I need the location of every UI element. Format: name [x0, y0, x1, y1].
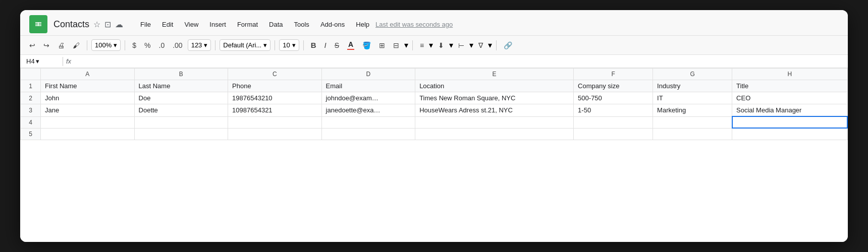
col-header-b[interactable]: B: [134, 69, 228, 80]
text-color-button[interactable]: A: [344, 38, 357, 52]
valign-arrow[interactable]: ▾: [449, 40, 453, 50]
bold-button[interactable]: B: [308, 39, 319, 51]
cloud-icon[interactable]: ☁: [115, 20, 123, 29]
valign-button[interactable]: ⬇: [435, 39, 447, 51]
print-button[interactable]: 🖨: [55, 39, 68, 51]
cell-3g[interactable]: Marketing: [653, 104, 732, 117]
cell-2c[interactable]: 19876543210: [228, 92, 322, 104]
align-button[interactable]: ≡: [417, 39, 427, 51]
undo-button[interactable]: ↩: [26, 39, 38, 51]
rotate-button[interactable]: ∇: [475, 39, 486, 51]
cell-ref-value: H4: [26, 57, 35, 65]
cell-1d[interactable]: Email: [321, 80, 415, 92]
percent-button[interactable]: %: [141, 39, 153, 51]
fx-icon: fx: [66, 57, 71, 65]
cell-1g[interactable]: Industry: [653, 80, 732, 92]
cell-5f[interactable]: [574, 128, 653, 140]
col-header-c[interactable]: C: [228, 69, 322, 80]
cell-2b[interactable]: Doe: [134, 92, 228, 104]
col-header-e[interactable]: E: [415, 69, 574, 80]
format-num-select[interactable]: 123 ▾: [188, 39, 211, 51]
cell-1c[interactable]: Phone: [228, 80, 322, 92]
cell-5d[interactable]: [321, 128, 415, 140]
cell-reference[interactable]: H4 ▾: [24, 56, 60, 66]
col-header-d[interactable]: D: [321, 69, 415, 80]
cell-2d[interactable]: johndoe@exam…: [321, 92, 415, 104]
format-num-arrow: ▾: [204, 41, 207, 49]
svg-rect-4: [38, 22, 39, 26]
cell-4f[interactable]: [574, 116, 653, 128]
decimal-more-button[interactable]: .00: [170, 39, 185, 51]
cell-3h[interactable]: Social Media Manager: [732, 104, 847, 117]
cell-4a[interactable]: [41, 116, 135, 128]
menu-tools[interactable]: Tools: [289, 19, 314, 30]
menu-insert[interactable]: Insert: [204, 19, 231, 30]
cell-4g[interactable]: [653, 116, 732, 128]
cell-4h[interactable]: [732, 116, 847, 128]
col-header-g[interactable]: G: [653, 69, 732, 80]
cell-5h[interactable]: [732, 128, 847, 140]
zoom-value: 100%: [95, 41, 112, 49]
text-wrap-arrow[interactable]: ▾: [469, 40, 473, 50]
col-header-f[interactable]: F: [574, 69, 653, 80]
cell-2g[interactable]: IT: [653, 92, 732, 104]
cell-1b[interactable]: Last Name: [134, 80, 228, 92]
cell-5g[interactable]: [653, 128, 732, 140]
menu-edit[interactable]: Edit: [157, 19, 178, 30]
menu-file[interactable]: File: [135, 19, 156, 30]
merge-button[interactable]: ⊟: [390, 39, 402, 51]
cell-5c[interactable]: [228, 128, 322, 140]
merge-arrow[interactable]: ▾: [404, 40, 408, 50]
currency-button[interactable]: $: [129, 39, 139, 51]
rotate-arrow[interactable]: ▾: [488, 40, 492, 50]
table-row: 5: [21, 128, 848, 140]
cell-5a[interactable]: [41, 128, 135, 140]
menu-data[interactable]: Data: [264, 19, 288, 30]
col-header-h[interactable]: H: [732, 69, 847, 80]
menu-format[interactable]: Format: [232, 19, 263, 30]
italic-button[interactable]: I: [321, 39, 330, 51]
spreadsheet: A B C D E F G H 1 First Name Last Name P…: [20, 68, 848, 242]
cell-3d[interactable]: janedoette@exa…: [321, 104, 415, 117]
cell-4b[interactable]: [134, 116, 228, 128]
cell-4e[interactable]: [415, 116, 574, 128]
cell-3e[interactable]: HouseWears Adress st.21, NYC: [415, 104, 574, 117]
cell-1a[interactable]: First Name: [41, 80, 135, 92]
menu-addons[interactable]: Add-ons: [315, 19, 350, 30]
cell-2a[interactable]: John: [41, 92, 135, 104]
link-button[interactable]: 🔗: [501, 39, 515, 51]
font-select[interactable]: Default (Ari... ▾: [220, 39, 270, 51]
col-header-a[interactable]: A: [41, 69, 135, 80]
formula-bar: H4 ▾ fx: [20, 55, 848, 68]
cell-3c[interactable]: 10987654321: [228, 104, 322, 117]
font-size-select[interactable]: 10 ▾: [279, 39, 299, 51]
strikethrough-button[interactable]: S: [332, 39, 342, 51]
cell-1h[interactable]: Title: [732, 80, 847, 92]
cell-4c[interactable]: [228, 116, 322, 128]
borders-button[interactable]: ⊞: [376, 39, 388, 51]
cell-3b[interactable]: Doette: [134, 104, 228, 117]
text-wrap-button[interactable]: ⊢: [455, 39, 467, 51]
cell-1f[interactable]: Company size: [574, 80, 653, 92]
redo-button[interactable]: ↪: [40, 39, 52, 51]
cell-5e[interactable]: [415, 128, 574, 140]
menu-help[interactable]: Help: [351, 19, 374, 30]
cell-3f[interactable]: 1-50: [574, 104, 653, 117]
fill-color-button[interactable]: 🪣: [359, 39, 374, 51]
divider-6: [412, 40, 413, 50]
cell-2e[interactable]: Times New Roman Square, NYC: [415, 92, 574, 104]
cell-3a[interactable]: Jane: [41, 104, 135, 117]
decimal-less-button[interactable]: .0: [156, 39, 168, 51]
format-num-value: 123: [191, 41, 202, 49]
cell-2h[interactable]: CEO: [732, 92, 847, 104]
align-arrow[interactable]: ▾: [429, 40, 433, 50]
cell-5b[interactable]: [134, 128, 228, 140]
cell-2f[interactable]: 500-750: [574, 92, 653, 104]
paint-format-button[interactable]: 🖌: [70, 39, 83, 51]
menu-view[interactable]: View: [179, 19, 203, 30]
cell-1e[interactable]: Location: [415, 80, 574, 92]
zoom-select[interactable]: 100% ▾: [91, 39, 121, 51]
star-icon[interactable]: ☆: [93, 20, 100, 29]
cell-4d[interactable]: [321, 116, 415, 128]
folder-icon[interactable]: ⊡: [104, 20, 111, 29]
